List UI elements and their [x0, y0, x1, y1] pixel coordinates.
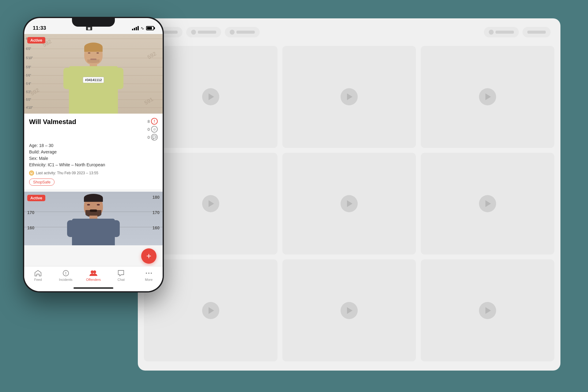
sort-text: [527, 31, 546, 34]
play-icon-6: [485, 200, 491, 207]
phone-content: 592 592 592 591 6'2" 6'0" 5'10" 5'8" 5'6…: [24, 34, 163, 266]
play-icon-2: [347, 93, 352, 100]
nav-item-offenders[interactable]: Offenders: [80, 270, 107, 281]
play-button-1[interactable]: [202, 88, 219, 105]
desktop-panel: [138, 18, 560, 371]
chat-nav-icon: [117, 270, 125, 277]
svg-point-8: [146, 273, 147, 274]
nav-label-offenders: Offenders: [86, 278, 101, 281]
filter-funnel-icon: [489, 30, 494, 35]
arm-left-2: [67, 220, 73, 237]
filter-pill-text-2: [198, 31, 216, 34]
hair-2: [84, 194, 103, 202]
video-grid: [144, 46, 554, 361]
offender-name-1: Will Valmestad: [29, 118, 76, 126]
active-badge-2: Active: [27, 195, 45, 201]
incidents-svg: !: [62, 270, 69, 277]
chat-icon[interactable]: 💬: [151, 134, 158, 141]
metric-label-160-right: 160: [153, 225, 160, 230]
filter-icon-pill[interactable]: [484, 27, 519, 37]
height-label-7: 5'2": [24, 90, 35, 94]
detail-build: Build: Average: [29, 149, 158, 155]
signal-bar-1: [132, 29, 133, 30]
nav-item-chat[interactable]: Chat: [107, 270, 135, 281]
wifi-icon: ∿: [141, 26, 144, 31]
number-sign-1: #34141112: [83, 77, 104, 83]
filter-icon-text: [496, 31, 514, 34]
play-button-2[interactable]: [341, 88, 358, 105]
svg-point-6: [93, 271, 96, 273]
detail-ethnicity: Ethnicity: IC1 – White – North European: [29, 162, 158, 168]
block-row: 0 ⊘: [148, 126, 158, 133]
action-icons-1: 8 ! 0 ⊘ 0 💬: [148, 118, 158, 141]
chat-row: 0 💬: [148, 134, 158, 141]
more-svg: [145, 270, 152, 277]
video-cell-4[interactable]: [144, 153, 277, 255]
nav-item-more[interactable]: More: [135, 270, 163, 281]
offenders-icon: [89, 270, 98, 277]
block-icon[interactable]: ⊘: [151, 126, 158, 133]
nav-item-incidents[interactable]: ! Incidents: [52, 270, 79, 281]
clock-svg: [30, 172, 33, 175]
active-badge-1: Active: [27, 37, 45, 43]
play-button-4[interactable]: [202, 195, 219, 212]
eye-left-1: [88, 52, 90, 54]
video-cell-8[interactable]: [282, 259, 416, 361]
play-icon-9: [485, 307, 491, 314]
arm-right-1: [117, 68, 123, 89]
feed-icon: [34, 270, 42, 277]
battery-fill: [147, 27, 152, 29]
home-indicator: [74, 287, 113, 289]
signal-icon: [132, 26, 139, 30]
video-cell-7[interactable]: [144, 259, 277, 361]
play-button-6[interactable]: [479, 195, 496, 212]
sort-pill[interactable]: [522, 27, 551, 37]
shopsafe-tag[interactable]: ShopSafe: [29, 179, 55, 186]
video-cell-1[interactable]: [144, 46, 277, 148]
play-button-7[interactable]: [202, 302, 219, 319]
chat-svg: [118, 270, 124, 277]
video-cell-2[interactable]: [282, 46, 416, 148]
alert-count: 8: [148, 119, 150, 124]
arm-right-2: [114, 220, 120, 237]
detail-age: Age: 18 – 30: [29, 142, 158, 149]
name-section: Will Valmestad: [29, 118, 76, 126]
person-silhouette-1: #34141112: [63, 40, 124, 114]
status-time: 11:33: [33, 25, 46, 31]
filter-pill-2[interactable]: [186, 27, 221, 37]
video-cell-3[interactable]: [421, 46, 554, 148]
metric-label-160-left: 160: [27, 225, 34, 230]
hair-1: [84, 43, 103, 52]
status-screen-icon: ▣: [86, 26, 92, 30]
mustache-2: [90, 209, 97, 212]
play-button-8[interactable]: [341, 302, 358, 319]
alert-icon[interactable]: !: [151, 118, 158, 125]
signal-bar-3: [136, 27, 137, 30]
svg-text:!: !: [65, 271, 66, 276]
phone: 11:33 ▣ ∿ 592 59: [23, 17, 164, 292]
play-icon-5: [347, 200, 352, 207]
play-button-5[interactable]: [341, 195, 358, 212]
play-button-9[interactable]: [479, 302, 496, 319]
person-figure-1: #34141112: [64, 42, 123, 114]
battery-icon: [146, 26, 154, 30]
chat-count: 0: [148, 135, 150, 140]
video-cell-5[interactable]: [282, 153, 416, 255]
nav-label-chat: Chat: [118, 278, 125, 281]
svg-point-5: [91, 271, 93, 273]
eye-right-1: [96, 52, 99, 54]
body-1: #34141112: [69, 66, 118, 114]
offender-details-1: Age: 18 – 30 Build: Average Sex: Male Et…: [29, 142, 158, 168]
video-cell-9[interactable]: [421, 259, 554, 361]
fab-add-button[interactable]: +: [141, 248, 156, 264]
height-label-4: 5'8": [24, 66, 35, 69]
arm-left-1: [63, 68, 70, 89]
nav-item-feed[interactable]: Feed: [24, 270, 52, 281]
height-label-8: 5'0": [24, 98, 35, 101]
play-icon-1: [209, 93, 214, 100]
head-1: [84, 43, 103, 65]
video-cell-6[interactable]: [421, 153, 554, 255]
eye-right-2: [97, 204, 100, 205]
play-button-3[interactable]: [479, 88, 496, 105]
filter-pill-3[interactable]: [225, 27, 260, 37]
